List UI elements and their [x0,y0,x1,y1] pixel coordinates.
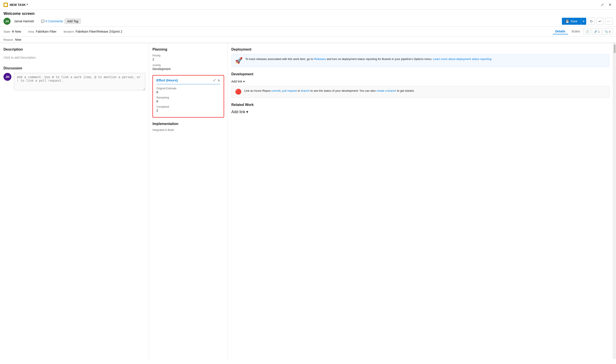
comment-input[interactable] [14,73,145,91]
releases-link[interactable]: Releases [314,57,326,61]
original-estimate-value: 8 [156,91,220,94]
priority-label: Priority [152,54,224,57]
commit-link[interactable]: commit [271,89,281,92]
related-work-title: Related Work [231,103,609,107]
discussion-title: Discussion [3,66,145,70]
effort-actions: ⤢ ∧ [213,78,220,82]
more-button[interactable]: ⋯ [605,18,613,25]
remaining-label: Remaining [156,96,220,99]
title-bar-left: NEW TASK * [3,3,28,7]
priority-field: Priority 2 [152,54,224,61]
expand-button[interactable]: ⤢ [600,1,605,8]
author-name: Jamal Hartnett [14,19,34,23]
comments-count: 0 Comments [46,19,63,23]
left-pane: Description Click to add Description. Di… [0,43,149,359]
reason-field: Reason New [3,38,21,41]
undo-button[interactable]: ↩ [597,18,603,25]
discussion-input-row: JH [3,73,145,91]
description-placeholder[interactable]: Click to add Description. [3,54,145,61]
deployment-text1: To track releases associated with this w… [245,57,314,61]
scrollbar-track[interactable] [613,43,616,359]
pull-request-link[interactable]: pull request [282,89,297,92]
dev-icon: 🔴 [235,89,242,95]
save-dropdown-arrow[interactable]: ▾ [581,18,586,25]
dev-add-link-button[interactable]: Add link ▾ [231,79,245,84]
links-button[interactable]: 🔗 1 [592,28,602,35]
deployment-text: To track releases associated with this w… [245,57,491,61]
dev-box: 🔴 Link an Azure Repos commit, pull reque… [231,86,609,98]
links-count: 1 [598,30,600,33]
comments-link[interactable]: 💬 0 Comments [41,19,63,23]
area-value: Fabrikam Fiber [36,30,56,33]
dev-text5: to get started. [396,89,415,92]
close-button[interactable]: ✕ [607,1,613,8]
dev-text1: Link an Azure Repos [244,89,271,92]
middle-pane: Planning Priority 2 Activity Development… [149,43,228,359]
save-button-main[interactable]: 💾 Save [562,18,581,25]
reason-label: Reason [3,38,13,41]
attachments-count: 0 [609,30,611,33]
link-icon: 🔗 [594,30,597,33]
development-section: Development Add link ▾ 🔴 Link an Azure R… [231,72,609,98]
reason-value: New [15,38,21,41]
priority-value: 2 [152,58,224,61]
deployment-title: Deployment [231,48,609,52]
area-field: Area Fabrikam Fiber [28,30,56,33]
effort-fields: Original Estimate 8 Remaining 6 Complete… [156,87,220,112]
implementation-section: Implementation Integrated in Build [152,122,224,131]
save-label: Save [570,19,577,23]
remaining-value: 6 [156,100,220,103]
tab-scans[interactable]: Scans [569,29,583,34]
branch-link[interactable]: branch [301,89,310,92]
add-tag-button[interactable]: Add Tag [65,19,80,24]
effort-header: Effort (Hours) ⤢ ∧ [156,78,220,84]
dev-text: Link an Azure Repos commit, pull request… [244,89,415,93]
tab-details[interactable]: Details [553,29,568,34]
state-label: State [3,30,10,33]
title-bar: NEW TASK * ⤢ ✕ [0,0,616,10]
iteration-value: Fabrikam Fiber\Release 2\Sprint 2 [76,30,122,33]
activity-field: Activity Development [152,64,224,71]
completed-field: Completed 2 [156,105,220,112]
related-add-link-button[interactable]: Add link ▾ [231,109,609,114]
create-branch-link[interactable]: create a branch [376,89,396,92]
page-title: Welcome screen [0,10,616,17]
scrollbar-thumb[interactable] [614,44,616,53]
related-add-label: Add link [231,110,245,114]
effort-box: Effort (Hours) ⤢ ∧ Original Estimate 8 R… [152,75,224,117]
save-button[interactable]: 💾 Save ▾ [562,18,586,25]
deployment-section: Deployment 🚀 To track releases associate… [231,48,609,67]
toolbar-right: 💾 Save ▾ ↻ ↩ ⋯ [562,18,613,25]
remaining-field: Remaining 6 [156,96,220,103]
reason-bar: Reason New [0,37,616,43]
attachments-button[interactable]: 📎 0 [603,28,613,35]
completed-label: Completed [156,105,220,108]
refresh-button[interactable]: ↻ [588,18,595,25]
area-label: Area [28,30,34,33]
effort-expand-button[interactable]: ⤢ [213,78,216,82]
integrated-in-build-label: Integrated in Build [152,129,224,131]
right-pane: Deployment 🚀 To track releases associate… [228,43,613,359]
deployment-text2: and turn on deployment status reporting … [326,57,433,61]
state-value: New [12,30,21,33]
history-button[interactable]: 🕐 [584,28,591,35]
deployment-icon: 🚀 [235,57,243,64]
learn-more-link[interactable]: Learn more about deployment status repor… [433,57,492,61]
discussion-section: Discussion JH [3,66,145,91]
task-icon [3,3,8,7]
activity-value: Development [152,67,224,71]
completed-value: 2 [156,109,220,112]
iteration-label: Iteration [64,30,74,33]
effort-collapse-button[interactable]: ∧ [217,78,220,82]
save-icon: 💾 [565,19,569,23]
tabs-area: Details Scans 🕐 🔗 1 📎 0 [553,28,613,35]
dev-text4: to see the status of your development. Y… [309,89,376,92]
comment-icon: 💬 [41,19,45,23]
dev-add-link-chevron: ▾ [243,80,245,83]
title-bar-right: ⤢ ✕ [600,1,613,8]
state-text: New [15,30,21,33]
effort-title: Effort (Hours) [156,78,178,82]
main-content: Description Click to add Description. Di… [0,43,616,359]
avatar: JH [3,18,11,25]
related-chevron-down-icon: ▾ [246,109,248,114]
